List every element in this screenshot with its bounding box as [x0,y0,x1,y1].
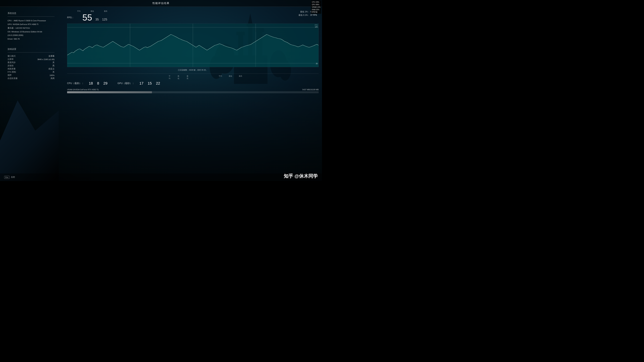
settings-label: 自适应质量 [8,77,18,80]
settings-label: 垂直同步 [8,61,16,64]
sys-os: OS: Windows 10 Business Edition 64-bit (… [8,30,54,38]
ms-headers-row: 平均 最低 最高 平均 最低 最高 [67,75,319,80]
fps-label: FPS： [67,16,74,19]
game-settings-title: 游戏设置 [8,48,54,51]
page-title: 性能评估结果 [152,2,170,5]
vram-label: VRAM (NVIDIA GeForce RTX 4060 Ti) [67,88,98,90]
vram-bar-fill [67,91,152,93]
fps-header: 平均 最低 最高 FPS： 55 35 125 最 [67,10,319,22]
cpu-avg-header: 平均 [169,75,171,80]
fps-min-value: 35 [96,18,99,22]
settings-value: 关 [52,71,54,73]
settings-row: 自适应质量 关闭 [8,77,54,80]
gpu-ms-max: 22 [156,81,160,86]
gpu-ms-label: GPU（毫秒）： [118,82,134,85]
chart-fps-unit-label: FPS [314,24,318,26]
fps-avg-value: 55 [82,13,92,22]
watermark: 知乎 @休木同学 [284,173,318,179]
settings-row: 窗口模式 全屏幕 [8,55,54,57]
settings-value: 3840 x 2160 (x1.00) [38,58,54,60]
bottom-bar: Esc 关闭 [0,174,322,181]
fps-chart: FPS 125 35 [67,24,319,67]
hud-ram: RAM 35% [312,8,320,11]
game-settings: 游戏设置 窗口模式 全屏幕 分辨率 3840 x 2160 (x1.00) 垂直… [8,48,54,80]
settings-row: 画面质量 自定义 [8,68,54,70]
fps-max-value: 125 [102,18,107,22]
gpu-max-header: 最高 [239,75,242,80]
settings-row: FPS 限制 关 [8,71,54,73]
gpu-avg-header: 平均 [219,75,222,80]
gpu-ms-group: GPU（毫秒）： 17 15 22 [118,81,160,86]
settings-value: 全屏幕 [48,55,54,57]
settings-value: 高 [52,64,54,67]
close-button[interactable]: Esc 关闭 [4,176,15,179]
settings-label: 反锯齿 [8,64,14,67]
top-bar: 性能评估结果 [0,0,322,7]
fps-avg-label: 平均 [77,10,80,12]
settings-row: 分辨率 3840 x 2160 (x1.00) [8,58,54,60]
fps-low01-label: 最低 0.1%： [298,14,310,16]
sys-display: 显示器：LECOO N2721U [8,26,54,30]
hud-gpu: GPU 98% [312,3,320,6]
sys-driver: Driver: 560.70 [8,37,54,41]
settings-row: 垂直同步 关 [8,61,54,64]
settings-value: 关闭 [50,77,54,80]
hud-cpu: CPU 29% [312,1,320,3]
settings-row: 反锯齿 高 [8,64,54,67]
settings-label: 窗口模式 [8,55,16,57]
fps-low01-value: 37 FPS [310,14,317,16]
cpu-ms-group: CPU（毫秒）： 18 8 29 [67,81,108,86]
vram-section: VRAM (NVIDIA GeForce RTX 4060 Ti) 5437 M… [67,87,319,94]
hud-fps: FPS 58 [312,11,320,14]
left-panel: 系统信息 CPU：AMD Ryzen 5 5600 6-Core Process… [0,7,62,181]
vram-bar-bg [67,91,319,93]
settings-label: 视野 [8,74,12,76]
cpu-ms-avg: 18 [89,81,93,86]
cpu-ms-max: 29 [103,81,107,86]
cpu-min-header: 最低 [178,75,180,80]
cpu-ms-label: CPU（毫秒）： [67,82,84,85]
settings-label: 画面质量 [8,68,16,70]
fps-low1-label: 最低 1%： [300,10,310,13]
rendered-frames: 已渲染帧数：4638 帧，耗时 85 秒。 [67,68,319,72]
fps-min-label: 最低 [90,10,94,12]
chart-min-label: 35 [316,63,318,64]
settings-value: 自定义 [48,68,54,70]
settings-value: 100% [50,74,54,76]
chart-max-label: 125 [315,26,318,28]
hud-vram: VRAM 13% [312,6,320,8]
right-panel: 平均 最低 最高 FPS： 55 35 125 最 [62,7,322,181]
sys-cpu: CPU：AMD Ryzen 5 5600 6-Core Processor [8,19,54,23]
settings-row: 视野 100% [8,74,54,76]
cpu-ms-min: 8 [97,81,99,86]
close-text: 关闭 [11,176,15,179]
gpu-min-header: 最低 [229,75,232,80]
settings-label: FPS 限制 [8,71,16,73]
fps-low01-line: 最低 0.1%： 37 FPS [298,14,317,17]
settings-value: 关 [52,61,54,64]
esc-key-label: Esc [4,176,10,179]
cpu-max-header: 最高 [187,75,189,80]
system-info-title: 系统信息 [8,12,54,15]
settings-label: 分辨率 [8,58,14,60]
sys-gpu: GPU: NVIDIA GeForce RTX 4060 Ti [8,23,54,26]
gpu-ms-min: 15 [148,81,152,86]
vram-value: 5437 MB/16109 MB [302,88,319,90]
fps-max-label: 最高 [104,10,107,12]
hud-overlay: CPU 29% GPU 98% VRAM 13% RAM 35% FPS 58 [311,0,321,14]
ms-row: CPU（毫秒）： 18 8 29 GPU（毫秒）： 17 15 22 [67,80,319,87]
gpu-ms-avg: 17 [139,81,144,86]
